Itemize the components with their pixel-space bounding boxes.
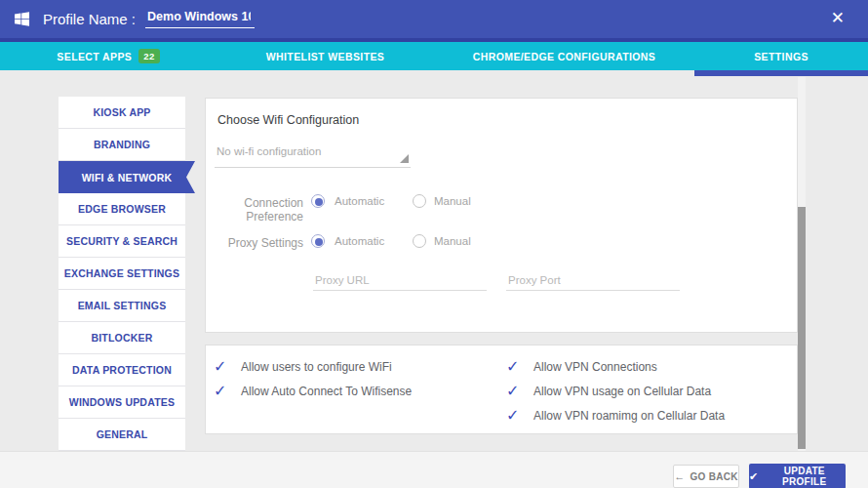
- tab-whitelist-websites-label: WHITELIST WEBSITES: [266, 51, 385, 62]
- tab-select-apps-label: SELECT APPS: [57, 51, 132, 62]
- proxy-settings-manual-label: Manual: [434, 234, 471, 247]
- sidebar-item-exchange-settings[interactable]: EXCHANGE SETTINGS: [59, 258, 185, 290]
- header-bar: Profile Name : ✕: [0, 0, 868, 38]
- back-arrow-icon: ←: [674, 470, 685, 482]
- checkmark-icon: ✓: [214, 359, 231, 375]
- wifi-options-card: ✓ Allow users to configure WiFi ✓ Allow …: [205, 345, 798, 434]
- proxy-settings-label: Proxy Settings: [206, 236, 303, 250]
- profile-name-input[interactable]: [145, 10, 255, 28]
- checkbox-label: Allow VPN usage on Cellular Data: [533, 385, 711, 398]
- checkmark-icon: ✓: [506, 408, 524, 424]
- update-profile-label: UPDATE PROFILE: [764, 466, 846, 487]
- go-back-label: GO BACK: [690, 471, 737, 482]
- tab-bar: SELECT APPS 22 WHITELIST WEBSITES CHROME…: [0, 42, 868, 70]
- connection-preference-manual-label: Manual: [434, 194, 471, 207]
- wifi-section-title: Choose Wifi Configuration: [217, 113, 359, 127]
- checkbox-allow-vpn-cellular-roaming[interactable]: ✓ Allow VPN roamimg on Cellular Data: [506, 406, 725, 426]
- profile-name-label: Profile Name :: [43, 11, 136, 27]
- wifi-configuration-dropdown[interactable]: No wi-fi configuration: [215, 142, 411, 168]
- update-profile-button[interactable]: ✔ UPDATE PROFILE: [749, 464, 846, 488]
- checkbox-label: Allow users to configure WiFi: [241, 360, 392, 374]
- tab-settings[interactable]: SETTINGS: [694, 42, 868, 70]
- tab-select-apps[interactable]: SELECT APPS 22: [0, 42, 217, 70]
- checkbox-allow-users-configure-wifi[interactable]: ✓ Allow users to configure WiFi: [214, 357, 392, 377]
- tab-chrome-edge-label: CHROME/EDGE CONFIGURATIONS: [473, 51, 656, 62]
- settings-sidebar: KIOSK APP BRANDING WIFI & NETWORK EDGE B…: [59, 97, 185, 451]
- selected-apps-count-badge: 22: [138, 49, 159, 63]
- proxy-settings-manual-radio[interactable]: [413, 234, 426, 248]
- sidebar-item-edge-browser[interactable]: EDGE BROWSER: [59, 193, 185, 225]
- profile-editor-window: Profile Name : ✕ SELECT APPS 22 WHITELIS…: [0, 0, 868, 488]
- go-back-button[interactable]: ← GO BACK: [673, 465, 739, 488]
- sidebar-item-general[interactable]: GENERAL: [59, 419, 185, 451]
- checkbox-label: Allow VPN Connections: [533, 360, 657, 374]
- sidebar-item-security-search[interactable]: SECURITY & SEARCH: [59, 225, 185, 258]
- proxy-settings-automatic-radio[interactable]: [311, 234, 325, 248]
- windows-logo-icon: [13, 10, 31, 28]
- sidebar-item-kiosk-app[interactable]: KIOSK APP: [59, 97, 185, 129]
- connection-preference-automatic-label: Automatic: [335, 194, 384, 207]
- checkbox-allow-vpn-connections[interactable]: ✓ Allow VPN Connections: [506, 357, 657, 377]
- sidebar-item-branding[interactable]: BRANDING: [59, 129, 185, 161]
- proxy-port-input[interactable]: [506, 270, 680, 291]
- checkmark-icon: ✓: [214, 384, 231, 399]
- sidebar-item-email-settings[interactable]: EMAIL SETTINGS: [59, 290, 185, 322]
- connection-preference-manual-radio[interactable]: [413, 194, 426, 208]
- checkbox-allow-vpn-cellular-usage[interactable]: ✓ Allow VPN usage on Cellular Data: [506, 382, 711, 401]
- checkmark-icon: ✓: [506, 359, 524, 375]
- wifi-configuration-card: Choose Wifi Configuration No wi-fi confi…: [205, 98, 798, 333]
- close-icon[interactable]: ✕: [831, 8, 845, 29]
- checkmark-icon: ✓: [506, 384, 524, 399]
- checkbox-label: Allow VPN roamimg on Cellular Data: [533, 409, 725, 423]
- wifi-configuration-dropdown-value: No wi-fi configuration: [217, 145, 321, 157]
- connection-preference-label: Connection Preference: [206, 196, 303, 224]
- connection-preference-automatic-radio[interactable]: [311, 194, 325, 208]
- tab-settings-label: SETTINGS: [754, 51, 809, 62]
- scrollbar-thumb[interactable]: [798, 207, 806, 449]
- tab-chrome-edge-configurations[interactable]: CHROME/EDGE CONFIGURATIONS: [434, 42, 694, 70]
- checkbox-label: Allow Auto Connect To Wifisense: [241, 385, 412, 398]
- checkbox-allow-auto-connect-wifisense[interactable]: ✓ Allow Auto Connect To Wifisense: [214, 382, 412, 401]
- tab-whitelist-websites[interactable]: WHITELIST WEBSITES: [217, 42, 434, 70]
- check-icon: ✔: [749, 470, 759, 483]
- sidebar-item-wifi-network[interactable]: WIFI & NETWORK: [59, 161, 195, 193]
- active-tab-indicator: [694, 70, 868, 76]
- dropdown-arrow-icon: [400, 154, 409, 163]
- proxy-url-input[interactable]: [313, 270, 487, 291]
- sidebar-item-windows-updates[interactable]: WINDOWS UPDATES: [59, 386, 185, 419]
- sidebar-item-data-protection[interactable]: DATA PROTECTION: [59, 354, 185, 386]
- footer-bar: ← GO BACK ✔ UPDATE PROFILE: [0, 451, 868, 488]
- sidebar-item-bitlocker[interactable]: BITLOCKER: [59, 322, 185, 354]
- proxy-settings-automatic-label: Automatic: [335, 234, 384, 247]
